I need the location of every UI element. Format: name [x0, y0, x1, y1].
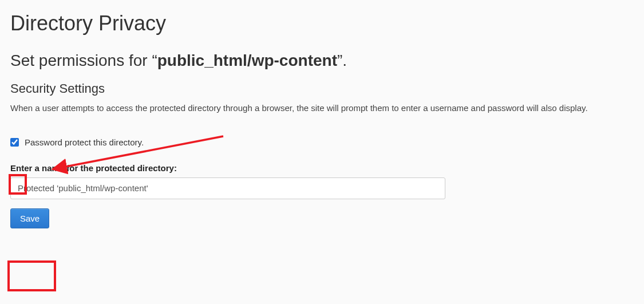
directory-name-input[interactable] [10, 177, 445, 199]
permissions-suffix: ”. [337, 52, 347, 69]
permissions-heading: Set permissions for “public_html/wp-cont… [10, 52, 634, 70]
annotation-highlight-save [7, 260, 56, 291]
save-button[interactable]: Save [10, 208, 49, 228]
security-settings-heading: Security Settings [10, 81, 634, 96]
directory-name-label: Enter a name for the protected directory… [10, 163, 634, 173]
password-protect-checkbox[interactable] [10, 138, 19, 147]
password-protect-label[interactable]: Password protect this directory. [25, 137, 144, 147]
password-protect-row: Password protect this directory. [10, 137, 634, 147]
page-title: Directory Privacy [10, 11, 634, 35]
permissions-path: public_html/wp-content [157, 52, 337, 69]
permissions-prefix: Set permissions for “ [10, 52, 157, 69]
security-description: When a user attempts to access the prote… [10, 102, 634, 115]
